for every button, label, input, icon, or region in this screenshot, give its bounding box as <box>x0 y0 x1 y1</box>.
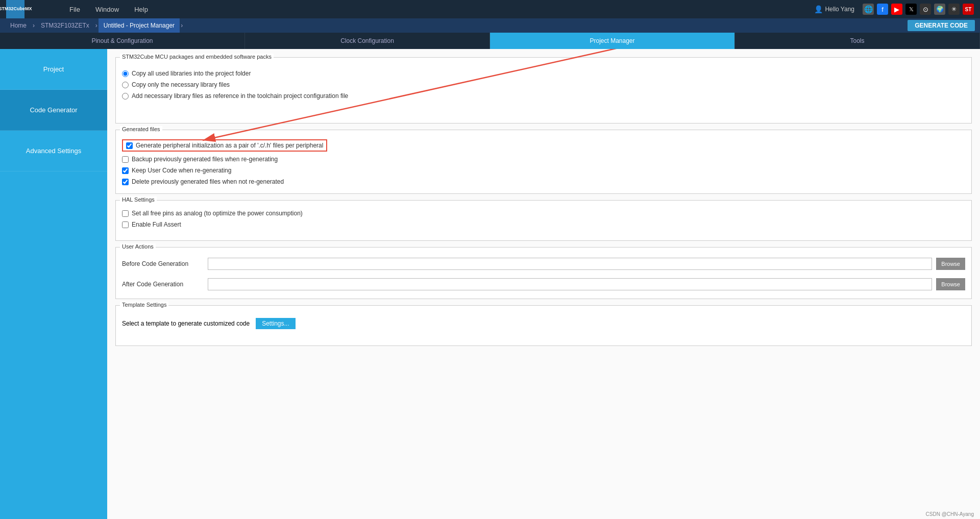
twitter-icon[interactable]: 𝕏 <box>905 4 917 15</box>
logo: STM32CubeMX <box>6 0 24 18</box>
tab-clock[interactable]: Clock Configuration <box>245 33 490 49</box>
footer-text: CSDN @CHN-Ayang <box>926 511 974 517</box>
checkbox-delete-generated[interactable]: Delete previously generated files when n… <box>122 178 965 185</box>
youtube-icon[interactable]: ▶ <box>891 4 902 15</box>
browse-after-button[interactable]: Browse <box>936 278 965 290</box>
before-label: Before Code Generation <box>122 260 204 267</box>
tab-project-manager[interactable]: Project Manager <box>490 33 735 49</box>
radio-add-reference[interactable]: Add necessary library files as reference… <box>122 92 965 100</box>
template-settings-title: Template Settings <box>120 302 168 308</box>
template-row: Select a template to generate customized… <box>122 314 965 333</box>
after-code-generation-row: After Code Generation Browse <box>122 278 965 290</box>
stm32cube-section-title: STM32Cube MCU packages and embedded soft… <box>120 54 274 60</box>
github-icon[interactable]: ⊙ <box>920 4 931 15</box>
before-code-input[interactable] <box>208 258 932 270</box>
breadcrumb: Home › STM32F103ZETx › Untitled - Projec… <box>5 18 184 33</box>
user-info: 👤 Hello Yang <box>814 5 854 13</box>
stm32cube-section: STM32Cube MCU packages and embedded soft… <box>115 57 972 123</box>
settings-button[interactable]: Settings... <box>256 318 295 329</box>
user-actions-section: User Actions Before Code Generation Brow… <box>115 247 972 299</box>
checkbox-full-assert[interactable]: Enable Full Assert <box>122 221 965 228</box>
tab-pinout[interactable]: Pinout & Configuration <box>0 33 245 49</box>
hal-settings-title: HAL Settings <box>120 196 157 203</box>
breadcrumb-mcu[interactable]: STM32F103ZETx <box>36 18 94 33</box>
before-code-generation-row: Before Code Generation Browse <box>122 258 965 270</box>
sidebar-item-project[interactable]: Project <box>0 49 107 90</box>
menu-help[interactable]: Help <box>134 6 148 13</box>
sidebar-item-advanced-settings[interactable]: Advanced Settings <box>0 131 107 171</box>
radio-copy-all[interactable]: Copy all used libraries into the project… <box>122 70 965 77</box>
st-icon[interactable]: ST <box>963 4 974 15</box>
menu-window[interactable]: Window <box>95 6 119 13</box>
globe-icon[interactable]: 🌐 <box>863 4 874 15</box>
breadcrumb-arrow-1: › <box>33 22 35 29</box>
facebook-icon[interactable]: f <box>877 4 888 15</box>
library-options: Copy all used libraries into the project… <box>122 66 965 104</box>
after-code-input[interactable] <box>208 278 932 290</box>
breadcrumb-arrow-3: › <box>181 22 183 29</box>
radio-copy-necessary[interactable]: Copy only the necessary library files <box>122 81 965 88</box>
tab-bar: Pinout & Configuration Clock Configurati… <box>0 33 980 49</box>
tab-tools[interactable]: Tools <box>735 33 980 49</box>
website-icon[interactable]: 🌍 <box>934 4 945 15</box>
checkbox-keep-user-code[interactable]: Keep User Code when re-generating <box>122 167 965 174</box>
content-area: STM32Cube MCU packages and embedded soft… <box>107 49 980 519</box>
generated-files-title: Generated files <box>120 126 162 132</box>
breadcrumb-home[interactable]: Home <box>5 18 32 33</box>
after-label: After Code Generation <box>122 281 204 288</box>
menu-file[interactable]: File <box>69 6 80 13</box>
template-settings-section: Template Settings Select a template to g… <box>115 305 972 346</box>
logo-cube: STM32CubeMX <box>6 0 24 18</box>
hal-settings-section: HAL Settings Set all free pins as analog… <box>115 200 972 241</box>
network-icon[interactable]: ✳ <box>948 4 960 15</box>
sidebar: Project Code Generator Advanced Settings <box>0 49 107 519</box>
breadcrumb-arrow-2: › <box>95 22 97 29</box>
checkbox-analog-pins[interactable]: Set all free pins as analog (to optimize… <box>122 210 965 217</box>
checkbox-peripheral-init[interactable]: Generate peripheral initialization as a … <box>122 139 327 152</box>
user-actions-title: User Actions <box>120 243 156 250</box>
breadcrumb-project[interactable]: Untitled - Project Manager <box>99 18 180 33</box>
generated-files-section: Generated files Generate peripheral init… <box>115 130 972 194</box>
checkbox-backup[interactable]: Backup previously generated files when r… <box>122 156 965 163</box>
sidebar-item-code-generator[interactable]: Code Generator <box>0 90 107 131</box>
browse-before-button[interactable]: Browse <box>936 258 965 270</box>
generate-code-button[interactable]: GENERATE CODE <box>908 20 975 31</box>
template-label: Select a template to generate customized… <box>122 320 250 327</box>
